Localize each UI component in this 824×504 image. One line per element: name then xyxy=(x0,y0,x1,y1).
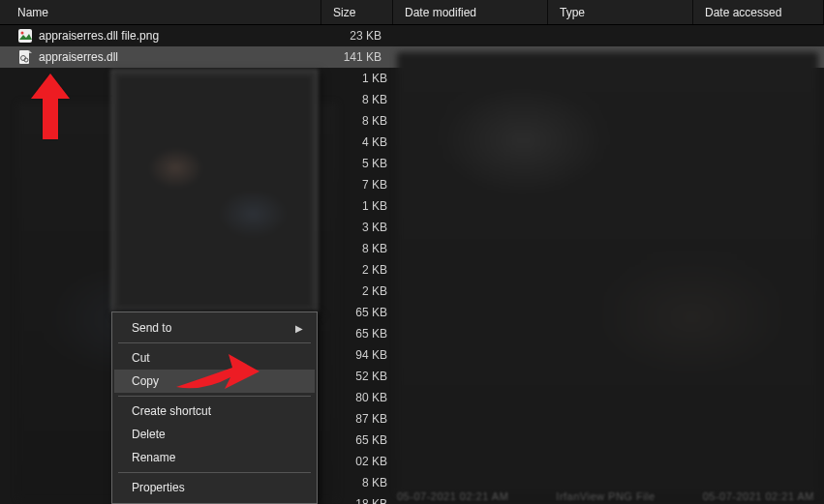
chevron-right-icon: ▶ xyxy=(295,323,303,334)
menu-item-label: Rename xyxy=(132,451,175,464)
dll-icon xyxy=(17,49,33,65)
image-icon xyxy=(17,28,33,44)
menu-item-label: Properties xyxy=(132,481,185,494)
file-size: 2 KB xyxy=(327,281,399,302)
column-header-name[interactable]: Name xyxy=(6,0,321,24)
menu-item-properties[interactable]: Properties xyxy=(114,476,315,499)
file-size: 65 KB xyxy=(327,302,399,323)
file-size: 8 KB xyxy=(327,238,399,259)
menu-item-rename[interactable]: Rename xyxy=(114,446,315,469)
menu-item-label: Copy xyxy=(132,374,159,388)
file-size: 65 KB xyxy=(327,430,399,451)
file-row[interactable]: appraiserres.dll file.png 23 KB xyxy=(0,25,824,46)
file-size: 80 KB xyxy=(327,387,399,408)
file-size: 23 KB xyxy=(321,29,393,43)
context-menu: Send to▶CutCopyCreate shortcutDeleteRena… xyxy=(111,311,318,504)
menu-separator xyxy=(118,342,311,343)
file-size: 4 KB xyxy=(327,132,399,153)
context-menu-preview-blurred xyxy=(111,70,318,311)
file-size: 7 KB xyxy=(327,174,399,195)
column-header-type[interactable]: Type xyxy=(548,0,693,24)
menu-item-label: Create shortcut xyxy=(132,404,211,418)
menu-item-label: Cut xyxy=(132,351,150,365)
blurred-details-area xyxy=(397,52,818,494)
file-size: 1 KB xyxy=(327,68,399,89)
file-size: 3 KB xyxy=(327,217,399,238)
svg-point-1 xyxy=(21,32,24,35)
column-header-row: Name Size Date modified Type Date access… xyxy=(0,0,824,25)
file-size: 8 KB xyxy=(327,89,399,110)
menu-item-copy[interactable]: Copy xyxy=(114,370,315,393)
file-size: 5 KB xyxy=(327,153,399,174)
column-header-size[interactable]: Size xyxy=(321,0,393,24)
file-name: appraiserres.dll xyxy=(39,50,118,64)
file-size: 1 KB xyxy=(327,195,399,217)
file-size: 65 KB xyxy=(327,323,399,344)
menu-item-cut[interactable]: Cut xyxy=(114,346,315,370)
file-size: 8 KB xyxy=(327,472,399,493)
menu-item-label: Send to xyxy=(132,321,171,335)
file-size: 94 KB xyxy=(327,344,399,366)
file-size: 18 KB xyxy=(327,493,399,504)
file-size: 87 KB xyxy=(327,408,399,430)
column-header-date[interactable]: Date modified xyxy=(393,0,548,24)
menu-separator xyxy=(118,396,311,397)
status-bar-blurred: 05-07-2021 02:21 AM IrfanView PNG File 0… xyxy=(397,490,814,502)
menu-item-create-shortcut[interactable]: Create shortcut xyxy=(114,400,315,423)
file-row[interactable]: appraiserres.dll 141 KB xyxy=(0,46,824,68)
file-size: 8 KB xyxy=(327,110,399,132)
column-header-accessed[interactable]: Date accessed xyxy=(693,0,824,24)
menu-item-delete[interactable]: Delete xyxy=(114,423,315,446)
menu-separator xyxy=(118,472,311,473)
menu-item-send-to[interactable]: Send to▶ xyxy=(114,316,315,340)
file-size: 141 KB xyxy=(321,50,393,64)
file-size: 02 KB xyxy=(327,451,399,472)
file-size: 2 KB xyxy=(327,259,399,281)
menu-item-label: Delete xyxy=(132,428,166,441)
file-name: appraiserres.dll file.png xyxy=(39,29,159,43)
file-size: 52 KB xyxy=(327,366,399,387)
